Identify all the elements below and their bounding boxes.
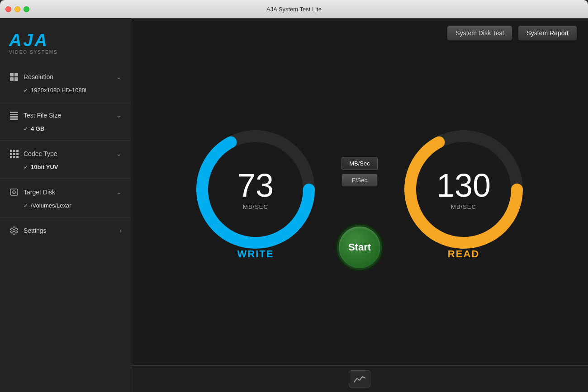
- write-gauge-center: 73 MB/SEC: [237, 169, 274, 210]
- sidebar: AJA VIDEO SYSTEMS Resolution ⌄ ✓: [0, 18, 131, 392]
- svg-rect-11: [10, 153, 12, 155]
- disk-label: Target Disk: [24, 189, 116, 196]
- resolution-selected: 1920x1080 HD-1080i: [31, 87, 86, 94]
- sidebar-item-resolution[interactable]: Resolution ⌄: [0, 68, 131, 85]
- read-value: 130: [436, 169, 491, 201]
- write-value: 73: [237, 169, 274, 201]
- svg-rect-9: [13, 150, 15, 152]
- sidebar-item-disk[interactable]: Target Disk ⌄: [0, 184, 131, 201]
- divider-4: [0, 217, 131, 217]
- divider-1: [0, 102, 131, 102]
- resolution-value: ✓ 1920x1080 HD-1080i: [0, 85, 131, 97]
- svg-rect-15: [13, 156, 15, 158]
- codec-value: ✓ 10bit YUV: [0, 162, 131, 174]
- read-gauge-group: 130 MB/SEC READ: [400, 126, 527, 260]
- svg-rect-7: [10, 118, 18, 120]
- filesize-check: ✓: [24, 126, 28, 132]
- aja-logo-subtitle: VIDEO SYSTEMS: [9, 50, 122, 55]
- minimize-button[interactable]: [14, 6, 20, 12]
- settings-icon: [9, 226, 19, 236]
- start-button[interactable]: Start: [337, 225, 382, 270]
- fsec-button[interactable]: F/Sec: [341, 174, 378, 187]
- filesize-icon: [9, 110, 19, 120]
- divider-3: [0, 179, 131, 179]
- sidebar-item-settings[interactable]: Settings ›: [0, 222, 131, 239]
- read-unit: MB/SEC: [451, 203, 476, 210]
- resolution-check: ✓: [24, 87, 28, 94]
- bottom-bar: [131, 365, 588, 392]
- disk-check: ✓: [24, 203, 28, 209]
- svg-rect-14: [10, 156, 12, 158]
- system-disk-test-button[interactable]: System Disk Test: [447, 25, 512, 41]
- svg-rect-12: [13, 153, 15, 155]
- codec-chevron: ⌄: [116, 150, 122, 157]
- svg-rect-2: [10, 77, 14, 81]
- write-gauge: 73 MB/SEC: [192, 126, 319, 253]
- write-gauge-group: 73 MB/SEC WRITE: [192, 126, 319, 260]
- settings-label: Settings: [24, 227, 119, 234]
- codec-check: ✓: [24, 164, 28, 170]
- svg-rect-4: [10, 112, 18, 113]
- titlebar: AJA System Test Lite: [0, 0, 588, 18]
- aja-logo-text: AJA: [9, 32, 122, 49]
- content-area: System Disk Test System Report 73 MB/SEC: [131, 18, 588, 392]
- sidebar-section-resolution: Resolution ⌄ ✓ 1920x1080 HD-1080i: [0, 66, 131, 100]
- filesize-chevron: ⌄: [116, 112, 122, 119]
- center-controls: MB/Sec F/Sec Start: [332, 130, 387, 256]
- chart-icon: [353, 374, 366, 384]
- read-gauge: 130 MB/SEC: [400, 126, 527, 253]
- aja-logo: AJA VIDEO SYSTEMS: [9, 32, 122, 55]
- svg-point-19: [14, 192, 14, 193]
- maximize-button[interactable]: [24, 6, 29, 12]
- disk-icon: [9, 187, 19, 197]
- divider-2: [0, 140, 131, 141]
- resolution-chevron: ⌄: [116, 73, 122, 80]
- main-area: AJA VIDEO SYSTEMS Resolution ⌄ ✓: [0, 18, 588, 392]
- sidebar-section-codec: Codec Type ⌄ ✓ 10bit YUV: [0, 142, 131, 177]
- window-title: AJA System Test Lite: [266, 6, 322, 13]
- sidebar-section-disk: Target Disk ⌄ ✓ /Volumes/Lexar: [0, 181, 131, 215]
- svg-rect-1: [14, 73, 18, 76]
- svg-rect-13: [16, 153, 19, 155]
- svg-rect-8: [10, 150, 12, 152]
- filesize-label: Test File Size: [24, 112, 116, 119]
- sidebar-section-settings: Settings ›: [0, 219, 131, 242]
- mbsec-button[interactable]: MB/Sec: [341, 157, 378, 170]
- svg-rect-3: [14, 77, 18, 81]
- disk-selected: /Volumes/Lexar: [31, 202, 71, 209]
- unit-buttons: MB/Sec F/Sec: [341, 157, 378, 187]
- svg-rect-5: [10, 114, 18, 115]
- svg-rect-16: [16, 156, 19, 158]
- codec-icon: [9, 149, 19, 159]
- filesize-value: ✓ 4 GB: [0, 124, 131, 136]
- read-gauge-center: 130 MB/SEC: [436, 169, 491, 210]
- svg-rect-0: [10, 73, 14, 76]
- resolution-label: Resolution: [24, 73, 116, 80]
- write-unit: MB/SEC: [243, 203, 268, 210]
- svg-rect-10: [16, 150, 19, 152]
- sidebar-item-codec[interactable]: Codec Type ⌄: [0, 145, 131, 162]
- codec-label: Codec Type: [24, 150, 116, 157]
- close-button[interactable]: [5, 6, 11, 12]
- chart-button[interactable]: [349, 370, 370, 387]
- traffic-lights: [5, 6, 29, 12]
- disk-chevron: ⌄: [116, 189, 122, 196]
- settings-chevron: ›: [119, 227, 122, 234]
- gauges-row: 73 MB/SEC WRITE MB/Sec F/Sec Start: [131, 48, 588, 365]
- toolbar: System Disk Test System Report: [131, 18, 588, 48]
- svg-rect-6: [10, 116, 18, 118]
- sidebar-section-filesize: Test File Size ⌄ ✓ 4 GB: [0, 104, 131, 138]
- system-report-button[interactable]: System Report: [518, 25, 577, 41]
- sidebar-item-filesize[interactable]: Test File Size ⌄: [0, 107, 131, 124]
- resolution-icon: [9, 72, 19, 82]
- filesize-selected: 4 GB: [31, 125, 44, 132]
- codec-selected: 10bit YUV: [31, 164, 58, 170]
- disk-value: ✓ /Volumes/Lexar: [0, 201, 131, 213]
- logo-area: AJA VIDEO SYSTEMS: [0, 27, 131, 66]
